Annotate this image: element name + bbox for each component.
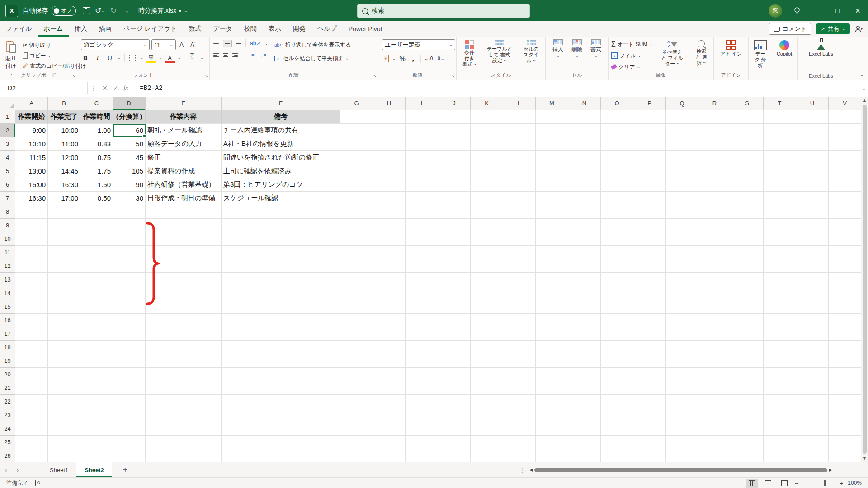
cell-S8[interactable] [731, 205, 764, 219]
cell-A5[interactable]: 13:00 [15, 164, 48, 178]
cell-D6[interactable]: 90 [113, 178, 146, 192]
cell-I16[interactable] [406, 314, 438, 327]
cell-U19[interactable] [796, 354, 829, 368]
cell-S3[interactable] [731, 137, 764, 151]
cell-A2[interactable]: 9:00 [15, 124, 48, 137]
cell-N25[interactable] [568, 436, 601, 449]
cell-V21[interactable] [829, 381, 861, 395]
cell-L6[interactable] [503, 178, 536, 192]
cell-P19[interactable] [633, 354, 666, 368]
column-header-U[interactable]: U [796, 97, 829, 110]
cell-K26[interactable] [471, 449, 503, 462]
sheet-tab-Sheet1[interactable]: Sheet1 [42, 462, 76, 478]
cell-O23[interactable] [601, 408, 633, 422]
cell-Q7[interactable] [666, 192, 698, 205]
cell-C2[interactable]: 1.00 [80, 124, 113, 137]
cell-P14[interactable] [633, 286, 666, 300]
cell-D22[interactable] [113, 395, 146, 408]
name-box[interactable]: D2 ⌄ [4, 82, 88, 94]
cell-U10[interactable] [796, 232, 829, 246]
cell-U11[interactable] [796, 246, 829, 259]
cell-N18[interactable] [568, 341, 601, 354]
cell-B3[interactable]: 11:00 [48, 137, 80, 151]
cell-Q19[interactable] [666, 354, 698, 368]
cell-J18[interactable] [438, 341, 471, 354]
scrollbar-grip-icon[interactable]: ⋮ [519, 466, 525, 474]
cell-G9[interactable] [340, 219, 373, 232]
cell-N3[interactable] [568, 137, 601, 151]
cell-P21[interactable] [633, 381, 666, 395]
cell-Q21[interactable] [666, 381, 698, 395]
cell-D25[interactable] [113, 436, 146, 449]
cell-U17[interactable] [796, 327, 829, 341]
cell-S2[interactable] [731, 124, 764, 137]
cell-Q23[interactable] [666, 408, 698, 422]
cell-U6[interactable] [796, 178, 829, 192]
scroll-left-icon[interactable]: ◀ [528, 468, 534, 472]
row-header-23[interactable]: 23 [0, 408, 15, 422]
cell-F11[interactable] [222, 246, 340, 259]
expand-formula-bar-icon[interactable]: ⌄ [862, 85, 866, 91]
cell-L23[interactable] [503, 408, 536, 422]
row-header-26[interactable]: 26 [0, 449, 15, 462]
cell-A26[interactable] [15, 449, 48, 462]
cell-I15[interactable] [406, 300, 438, 314]
cell-F26[interactable] [222, 449, 340, 462]
cell-H9[interactable] [373, 219, 406, 232]
add-sheet-button[interactable]: + [118, 465, 132, 474]
cell-A6[interactable]: 15:00 [15, 178, 48, 192]
cell-M22[interactable] [536, 395, 568, 408]
column-header-G[interactable]: G [340, 97, 373, 110]
cell-U9[interactable] [796, 219, 829, 232]
cell-R24[interactable] [698, 422, 731, 436]
cell-H24[interactable] [373, 422, 406, 436]
cell-M25[interactable] [536, 436, 568, 449]
cell-I9[interactable] [406, 219, 438, 232]
cell-L10[interactable] [503, 232, 536, 246]
zoom-out-icon[interactable]: − [795, 479, 799, 487]
align-top-icon[interactable] [213, 42, 219, 46]
cell-U15[interactable] [796, 300, 829, 314]
cell-J15[interactable] [438, 300, 471, 314]
cell-D14[interactable] [113, 286, 146, 300]
cell-K9[interactable] [471, 219, 503, 232]
cell-S12[interactable] [731, 259, 764, 273]
cell-J9[interactable] [438, 219, 471, 232]
cell-B15[interactable] [48, 300, 80, 314]
cell-G4[interactable] [340, 151, 373, 164]
cell-M13[interactable] [536, 273, 568, 286]
cell-R7[interactable] [698, 192, 731, 205]
cell-B2[interactable]: 10:00 [48, 124, 80, 137]
cell-H18[interactable] [373, 341, 406, 354]
cell-L20[interactable] [503, 368, 536, 381]
ribbon-tab-校閲[interactable]: 校閲 [238, 21, 263, 37]
collapse-ribbon-icon[interactable]: ⌄ [860, 71, 864, 78]
cell-O6[interactable] [601, 178, 633, 192]
cell-K10[interactable] [471, 232, 503, 246]
cell-R21[interactable] [698, 381, 731, 395]
chevron-down-icon[interactable]: ⌄ [264, 41, 268, 46]
conditional-formatting-button[interactable]: 条件付き書式 ~ [459, 39, 479, 68]
cell-O2[interactable] [601, 124, 633, 137]
cell-O22[interactable] [601, 395, 633, 408]
cell-L12[interactable] [503, 259, 536, 273]
cell-I3[interactable] [406, 137, 438, 151]
cell-Q15[interactable] [666, 300, 698, 314]
cell-C19[interactable] [80, 354, 113, 368]
macro-record-icon[interactable] [35, 480, 42, 486]
cell-Q9[interactable] [666, 219, 698, 232]
cell-F17[interactable] [222, 327, 340, 341]
cell-K23[interactable] [471, 408, 503, 422]
cell-O15[interactable] [601, 300, 633, 314]
cell-R10[interactable] [698, 232, 731, 246]
cell-D19[interactable] [113, 354, 146, 368]
row-header-13[interactable]: 13 [0, 273, 15, 286]
cell-F18[interactable] [222, 341, 340, 354]
cell-L5[interactable] [503, 164, 536, 178]
cell-T16[interactable] [764, 314, 796, 327]
cell-E17[interactable] [146, 327, 222, 341]
cell-L15[interactable] [503, 300, 536, 314]
cell-G17[interactable] [340, 327, 373, 341]
cell-F2[interactable]: チーム内連絡事項の共有 [222, 124, 340, 137]
cell-K16[interactable] [471, 314, 503, 327]
